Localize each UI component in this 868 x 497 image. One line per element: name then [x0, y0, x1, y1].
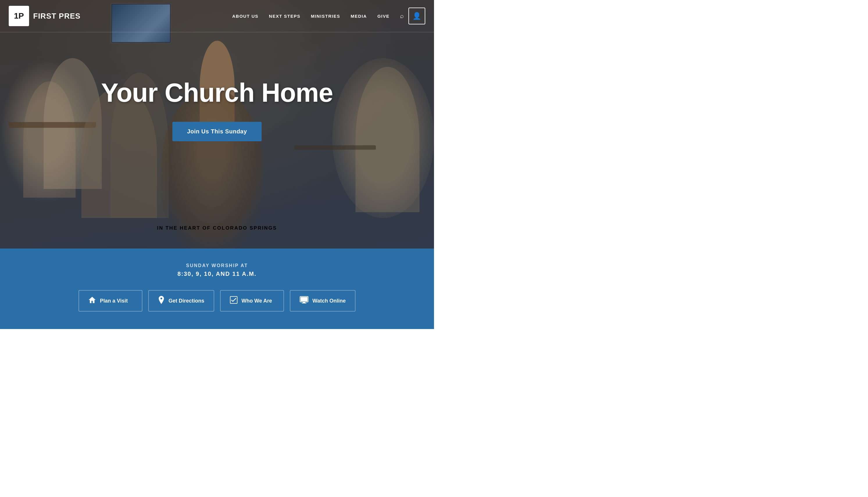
- search-icon: ⌕: [400, 12, 404, 19]
- search-button[interactable]: ⌕: [400, 12, 404, 20]
- hero-title: Your Church Home: [101, 79, 333, 107]
- nav-give[interactable]: GIVE: [377, 14, 389, 18]
- site-header: 1P FIRST PRES ABOUT US NEXT STEPS MINIST…: [0, 0, 434, 32]
- worship-times-value: 8:30, 9, 10, AND 11 A.M.: [9, 271, 425, 277]
- nav-about-us[interactable]: ABOUT US: [232, 14, 258, 18]
- nav-next-steps[interactable]: NEXT STEPS: [269, 14, 300, 18]
- nav-media[interactable]: MEDIA: [351, 14, 367, 18]
- user-account-button[interactable]: 👤: [409, 8, 425, 25]
- logo-area[interactable]: 1P FIRST PRES: [9, 6, 81, 26]
- hero-content: Your Church Home Join Us This Sunday: [101, 79, 333, 170]
- who-we-are-icon: [230, 296, 238, 306]
- header-separator: [0, 32, 434, 32]
- svg-rect-2: [91, 301, 93, 303]
- who-we-are-button[interactable]: Who We Are: [220, 290, 284, 312]
- logo-symbol: 1P: [14, 11, 24, 20]
- nav-icons: ⌕ 👤: [400, 8, 425, 25]
- who-we-are-label: Who We Are: [242, 298, 272, 304]
- watch-online-button[interactable]: Watch Online: [290, 290, 356, 312]
- user-icon: 👤: [412, 12, 421, 20]
- plan-visit-label: Plan a Visit: [100, 298, 128, 304]
- logo-name: FIRST PRES: [33, 12, 81, 20]
- svg-rect-7: [302, 303, 307, 303]
- plan-visit-button[interactable]: Plan a Visit: [79, 290, 142, 312]
- watch-online-label: Watch Online: [313, 298, 346, 304]
- hero-section: Your Church Home Join Us This Sunday IN …: [0, 0, 434, 248]
- svg-rect-3: [230, 296, 237, 303]
- main-nav: ABOUT US NEXT STEPS MINISTRIES MEDIA GIV…: [232, 8, 425, 25]
- bottom-bar: SUNDAY WORSHIP AT 8:30, 9, 10, AND 11 A.…: [0, 248, 434, 329]
- get-directions-button[interactable]: Get Directions: [148, 290, 214, 312]
- join-sunday-button[interactable]: Join Us This Sunday: [172, 122, 261, 141]
- nav-ministries[interactable]: MINISTRIES: [311, 14, 340, 18]
- hero-subtitle: IN THE HEART OF COLORADO SPRINGS: [157, 225, 277, 231]
- svg-marker-1: [89, 297, 96, 300]
- logo-box: 1P: [9, 6, 29, 26]
- action-buttons: Plan a Visit Get Directions Who We Are: [9, 290, 425, 312]
- get-directions-icon: [158, 296, 165, 306]
- get-directions-label: Get Directions: [169, 298, 204, 304]
- worship-times-label: SUNDAY WORSHIP AT: [9, 263, 425, 268]
- svg-rect-5: [301, 297, 308, 301]
- plan-visit-icon: [88, 296, 96, 306]
- watch-online-icon: [300, 296, 309, 306]
